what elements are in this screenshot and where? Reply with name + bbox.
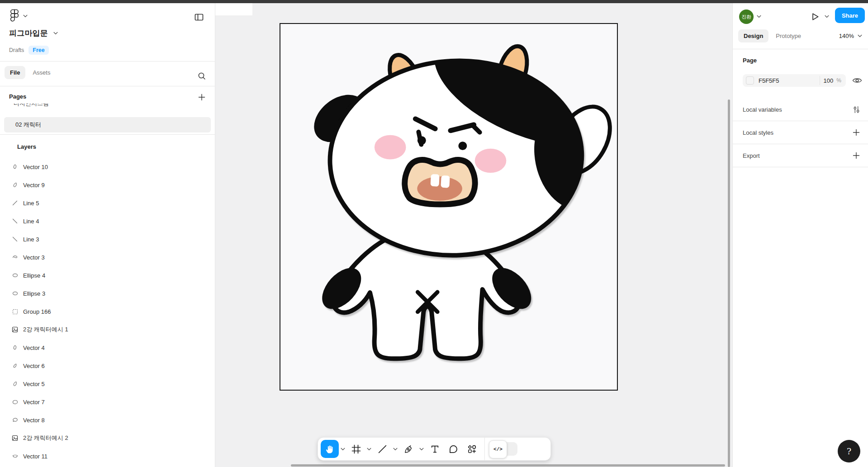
share-button[interactable]: Share <box>835 8 865 23</box>
layer-label: Vector 6 <box>23 363 45 369</box>
layer-label: Group 166 <box>23 308 51 315</box>
dev-mode-icon: </> <box>489 440 507 458</box>
chevron-down-icon[interactable] <box>392 440 399 458</box>
help-button[interactable]: ? <box>838 440 860 462</box>
line-icon <box>378 444 387 454</box>
layer-row[interactable]: 2강 캐릭터예시 1 <box>0 321 215 339</box>
plus-icon[interactable] <box>851 151 861 160</box>
vector-blob-icon <box>11 344 19 351</box>
toggle-sidebar-button[interactable] <box>193 11 205 23</box>
toggle-visibility-button[interactable] <box>851 75 863 86</box>
layer-row[interactable]: Vector 5 <box>0 375 215 393</box>
pages-list: 디자인시스템02 캐릭터 <box>0 104 215 132</box>
layer-row[interactable]: 2강 캐릭터예시 2 <box>0 429 215 447</box>
page-color-control[interactable]: F5F5F5 100 % <box>743 74 846 87</box>
pen-tool-button[interactable] <box>399 440 417 458</box>
vector-leaf-icon <box>11 362 19 369</box>
layer-row[interactable]: Vector 7 <box>0 393 215 411</box>
search-button[interactable] <box>196 70 208 82</box>
canvas-vertical-scrollbar[interactable] <box>728 99 730 467</box>
vector-blob2-icon <box>11 380 19 387</box>
ellipse-icon <box>11 290 19 297</box>
panel-toggle-icon <box>194 12 204 23</box>
frame-tool-button[interactable] <box>347 440 365 458</box>
pages-header: Pages <box>9 93 26 100</box>
dev-mode-toggle[interactable]: </> <box>490 442 517 456</box>
layer-row[interactable]: Vector 8 <box>0 411 215 429</box>
plus-icon <box>197 93 206 102</box>
chevron-down-icon[interactable] <box>825 15 829 18</box>
layer-row[interactable]: Vector 3 <box>0 248 215 266</box>
actions-icon <box>467 444 477 454</box>
chevron-down-icon[interactable] <box>365 440 373 458</box>
canvas-toolbar: </> <box>318 437 551 461</box>
cow-character-illustration <box>280 24 617 390</box>
chevron-down-icon[interactable] <box>757 15 761 18</box>
tab-assets[interactable]: Assets <box>33 69 50 76</box>
window-top-strip <box>0 0 868 3</box>
section-local-styles[interactable]: Local styles <box>733 121 868 144</box>
canvas-horizontal-scrollbar[interactable] <box>291 464 725 467</box>
vector-flat-icon <box>11 453 19 460</box>
line-tool-button[interactable] <box>373 440 391 458</box>
layer-row[interactable]: Line 5 <box>0 194 215 212</box>
comment-tool-button[interactable] <box>444 440 462 458</box>
image-icon <box>11 326 19 333</box>
variables-icon[interactable] <box>851 104 861 114</box>
canvas-frame[interactable] <box>280 23 618 391</box>
layer-row[interactable]: Vector 11 <box>0 447 215 465</box>
vector-blob2-icon <box>11 181 19 189</box>
section-local-variables[interactable]: Local variables <box>733 98 868 121</box>
right-sidebar: 진환 Share Design Prototype 140% Page F5F5… <box>732 3 868 467</box>
section-label: Export <box>743 152 760 159</box>
layer-row[interactable]: Vector 10 <box>0 158 215 176</box>
page-section-header: Page <box>743 57 757 64</box>
layer-row[interactable]: Line 3 <box>0 230 215 248</box>
plan-badge: Free <box>28 46 48 55</box>
layer-label: Ellipse 4 <box>23 272 45 279</box>
avatar[interactable]: 진환 <box>739 9 754 24</box>
hand-tool-button[interactable] <box>321 440 339 458</box>
color-swatch[interactable] <box>746 76 754 85</box>
tab-design[interactable]: Design <box>738 29 768 42</box>
figma-logo-icon <box>10 9 19 23</box>
toolbar-divider <box>484 438 485 460</box>
layer-row[interactable]: Ellipse 3 <box>0 284 215 302</box>
add-page-button[interactable] <box>196 91 208 103</box>
tab-file[interactable]: File <box>5 66 25 79</box>
section-export[interactable]: Export <box>733 144 868 167</box>
present-button[interactable] <box>809 10 821 23</box>
comment-icon <box>449 444 458 454</box>
cow-left-eye <box>417 136 426 145</box>
layer-row[interactable]: Vector 4 <box>0 339 215 357</box>
layer-row[interactable]: Line 4 <box>0 212 215 230</box>
layer-row[interactable]: Ellipse 4 <box>0 266 215 284</box>
layer-label: Ellipse 3 <box>23 290 45 297</box>
page-color-value[interactable]: F5F5F5 <box>759 77 820 84</box>
document-meta: Drafts Free <box>9 46 49 55</box>
cow-mouth <box>405 160 475 204</box>
actions-tool-button[interactable] <box>463 440 481 458</box>
plus-icon[interactable] <box>851 127 861 137</box>
section-label: Local styles <box>743 129 773 136</box>
tab-prototype[interactable]: Prototype <box>776 33 801 39</box>
layer-row[interactable]: Vector 9 <box>0 176 215 194</box>
layer-label: Vector 8 <box>23 417 45 424</box>
layers-list: Vector 10Vector 9Line 5Line 4Line 3Vecto… <box>0 158 215 465</box>
layer-label: Line 3 <box>23 236 39 243</box>
zoom-level: 140% <box>839 33 854 39</box>
text-tool-button[interactable] <box>426 440 444 458</box>
layer-label: Line 5 <box>23 200 39 207</box>
chevron-down-icon[interactable] <box>339 440 346 458</box>
cow-left-cheek <box>375 135 406 160</box>
chevron-down-icon[interactable] <box>418 440 425 458</box>
page-item[interactable]: 디자인시스템 <box>4 104 211 109</box>
line-down-icon <box>11 236 19 243</box>
page-opacity-value[interactable]: 100 <box>820 77 836 84</box>
main-menu-button[interactable] <box>10 9 28 23</box>
page-item[interactable]: 02 캐릭터 <box>4 117 211 132</box>
layer-row[interactable]: Vector 6 <box>0 357 215 375</box>
layer-row[interactable]: Group 166 <box>0 302 215 321</box>
document-title[interactable]: 피그마입문 <box>9 28 58 38</box>
zoom-menu[interactable]: 140% <box>839 33 862 39</box>
